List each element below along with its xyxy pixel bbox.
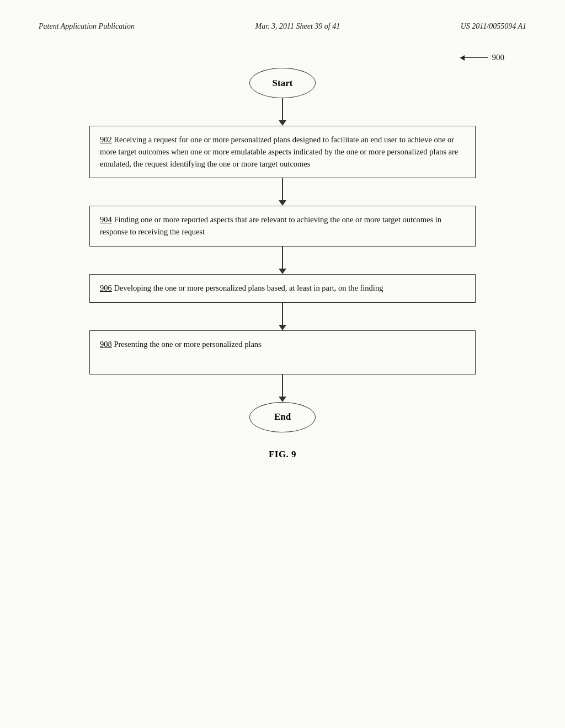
step-902-number: 902 [100,135,112,144]
connector-line [282,98,283,120]
start-label: Start [273,78,293,89]
arrowhead [279,120,286,126]
step-904-box: 904 Finding one or more reported aspects… [89,206,476,247]
end-oval: End [249,402,316,432]
step-906-text: Developing the one or more personalized … [114,283,383,292]
main-content: 900 Start 902 Receiving a request for on… [0,42,565,482]
step-902-box: 902 Receiving a request for one or more … [89,126,476,178]
arrowhead [279,397,286,402]
connector-4 [279,303,286,330]
start-oval: Start [249,68,316,98]
connector-line [282,303,283,325]
end-label: End [274,411,291,422]
step-908-box: 908 Presenting the one or more personali… [89,330,476,374]
page-header: Patent Application Publication Mar. 3, 2… [0,0,565,42]
connector-line [282,178,283,200]
arrowhead [279,200,286,206]
step-906-number: 906 [100,283,112,292]
diagram-label-900: 900 [460,53,505,62]
step-902-text: Receiving a request for one or more pers… [100,135,458,168]
header-date-sheet: Mar. 3, 2011 Sheet 39 of 41 [255,22,340,31]
diagram-label-row: 900 [44,53,521,62]
connector-3 [279,247,286,274]
page: Patent Application Publication Mar. 3, 2… [0,0,565,728]
step-904-text: Finding one or more reported aspects tha… [100,215,441,236]
step-908-number: 908 [100,340,112,349]
label-arrow-line [460,57,488,58]
flowchart: Start 902 Receiving a request for one or… [44,68,521,432]
connector-1 [279,98,286,126]
arrowhead [279,325,286,330]
arrowhead [279,269,286,274]
connector-line [282,374,283,397]
diagram-number: 900 [492,53,505,62]
connector-line [282,247,283,269]
step-908-text: Presenting the one or more personalized … [114,340,261,349]
step-904-number: 904 [100,215,112,224]
header-publication: Patent Application Publication [39,22,135,31]
figure-caption: FIG. 9 [269,449,296,460]
step-906-box: 906 Developing the one or more personali… [89,274,476,303]
header-patent-number: US 2011/0055094 A1 [461,22,526,31]
connector-2 [279,178,286,206]
connector-5 [279,374,286,402]
